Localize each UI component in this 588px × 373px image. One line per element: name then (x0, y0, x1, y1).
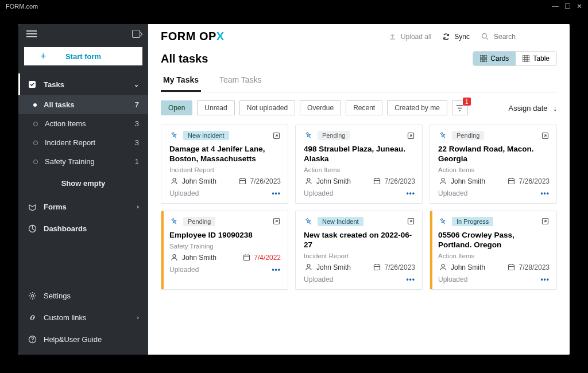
upload-status: Uploaded (169, 266, 199, 274)
svg-rect-13 (240, 179, 246, 184)
pin-icon[interactable] (168, 129, 180, 142)
card-title: Damage at 4 Jenifer Lane, Boston, Massac… (169, 145, 281, 164)
sync-button[interactable]: Sync (442, 32, 470, 41)
filter-open[interactable]: Open (161, 100, 192, 115)
task-card[interactable]: Pending498 Straubel Plaza, Juneau. Alask… (295, 125, 423, 204)
filter-button[interactable]: 1 (452, 100, 468, 115)
pin-icon[interactable] (436, 215, 449, 228)
svg-point-15 (307, 178, 310, 181)
calendar-icon (507, 177, 516, 186)
pin-icon[interactable] (302, 129, 315, 142)
filter-overdue[interactable]: Overdue (300, 100, 341, 115)
more-icon[interactable]: ••• (272, 266, 281, 274)
open-icon[interactable] (272, 217, 281, 226)
upload-status: Uploaded (169, 189, 199, 197)
sidebar-section-tasks[interactable]: Tasks ⌄ (18, 73, 148, 95)
sort-button[interactable]: Assign date ↓ (509, 104, 557, 112)
sidebar-item-action-items[interactable]: Action Items3 (18, 114, 148, 133)
more-icon[interactable]: ••• (272, 189, 281, 197)
filter-icon (456, 104, 463, 112)
sidebar-item-label: Safety Training (45, 157, 95, 166)
sidebar-section-dashboards[interactable]: Dashboards (18, 217, 148, 239)
pin-icon[interactable] (302, 215, 315, 228)
card-assignee: John Smith (451, 177, 485, 185)
pin-icon[interactable] (168, 215, 180, 228)
more-icon[interactable]: ••• (540, 275, 550, 283)
status-badge: New Incident (183, 131, 229, 140)
task-card[interactable]: New IncidentDamage at 4 Jenifer Lane, Bo… (161, 125, 288, 204)
dashboards-icon (28, 224, 37, 233)
sidebar-custom-links-label: Custom links (44, 313, 86, 322)
upload-all-button[interactable]: Upload all (388, 32, 431, 41)
card-assignee: John Smith (316, 263, 351, 271)
card-type: Action Items (304, 166, 415, 173)
start-form-button[interactable]: + Start form (24, 47, 142, 65)
card-type: Incident Report (169, 166, 281, 173)
card-type: Safety Training (169, 243, 281, 250)
upload-status: Uploaded (438, 275, 467, 283)
menu-icon[interactable] (26, 30, 37, 37)
svg-rect-7 (484, 55, 487, 58)
sidebar-item-safety-training[interactable]: Safety Training1 (18, 152, 148, 171)
svg-rect-8 (480, 59, 483, 62)
cards-icon (480, 55, 487, 62)
svg-point-21 (173, 255, 176, 258)
task-card[interactable]: Pending22 Rowland Road, Macon. GeorgiaAc… (430, 125, 557, 204)
svg-rect-19 (509, 179, 514, 184)
user-icon (304, 263, 313, 272)
more-icon[interactable]: ••• (406, 275, 415, 283)
open-icon[interactable] (406, 131, 415, 140)
search-input[interactable] (494, 33, 557, 41)
sidebar-help[interactable]: Help&User Guide (18, 328, 148, 350)
sidebar-item-label: All tasks (44, 100, 74, 109)
filter-not-uploaded[interactable]: Not uploaded (239, 100, 295, 115)
pin-icon[interactable] (436, 129, 449, 142)
sidebar-section-forms[interactable]: Forms › (18, 196, 148, 217)
plus-icon: + (40, 50, 47, 63)
svg-rect-25 (374, 265, 380, 270)
sidebar-item-all-tasks[interactable]: All tasks7 (18, 95, 148, 114)
filter-recent[interactable]: Recent (346, 100, 382, 115)
filter-unread[interactable]: Unread (197, 100, 234, 115)
task-card[interactable]: PendingEmployee ID 19090238Safety Traini… (161, 211, 288, 290)
sidebar-settings[interactable]: Settings (18, 285, 148, 306)
sidebar-item-incident-report[interactable]: Incident Report3 (18, 133, 148, 152)
window-close[interactable]: ✕ (577, 2, 582, 10)
sidebar-forms-label: Forms (44, 203, 67, 211)
link-icon (28, 313, 37, 322)
sidebar-item-count: 3 (135, 138, 139, 147)
open-icon[interactable] (540, 217, 550, 226)
sync-icon (442, 32, 451, 41)
card-date: 7/4/2022 (254, 254, 281, 262)
svg-point-27 (442, 265, 444, 267)
view-cards-button[interactable]: Cards (473, 52, 516, 65)
task-card[interactable]: New IncidentNew task created on 2022-06-… (295, 211, 423, 290)
sidebar-item-label: Incident Report (45, 138, 95, 147)
card-type: Action Items (438, 166, 550, 173)
window-maximize[interactable]: ☐ (564, 2, 571, 10)
show-empty-button[interactable]: Show empty (18, 171, 148, 196)
more-icon[interactable]: ••• (406, 189, 415, 197)
open-icon[interactable] (406, 217, 415, 226)
exit-icon[interactable] (132, 30, 140, 38)
gear-icon (28, 291, 37, 300)
card-assignee: John Smith (451, 263, 485, 271)
card-title: 05506 Crowley Pass, Portland. Oregon (438, 231, 550, 250)
open-icon[interactable] (540, 131, 550, 140)
calendar-icon (507, 263, 516, 272)
more-icon[interactable]: ••• (540, 189, 550, 197)
upload-status: Uploaded (438, 189, 467, 197)
status-badge: Pending (452, 131, 484, 140)
tab-my-tasks[interactable]: My Tasks (161, 69, 201, 92)
sidebar-custom-links[interactable]: Custom links › (18, 306, 148, 328)
tab-team-tasks[interactable]: Team Tasks (217, 69, 264, 92)
view-table-button[interactable]: Table (516, 52, 556, 65)
filter-created-by-me[interactable]: Created by me (387, 100, 447, 115)
window-minimize[interactable]: — (552, 2, 559, 10)
status-badge: Pending (183, 217, 215, 226)
user-icon (438, 177, 447, 186)
svg-point-24 (307, 265, 310, 267)
open-icon[interactable] (272, 131, 281, 140)
card-assignee: John Smith (182, 177, 216, 185)
task-card[interactable]: In Progress05506 Crowley Pass, Portland.… (430, 211, 557, 290)
